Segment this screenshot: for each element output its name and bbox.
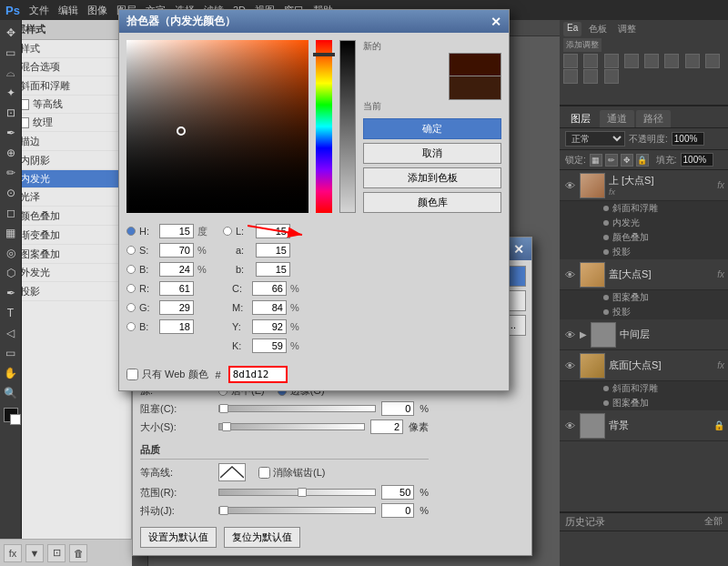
contour-preview[interactable]	[218, 463, 246, 481]
y-input[interactable]: 92	[252, 319, 287, 334]
layer-eye-icon[interactable]: 👁	[563, 269, 576, 280]
blend-mode-select[interactable]: 正常 正片叠底	[565, 131, 625, 147]
group-arrow-icon[interactable]: ▶	[580, 329, 587, 339]
g-input[interactable]: 29	[159, 300, 194, 315]
blend-close-btn[interactable]: ✕	[513, 242, 524, 257]
choke-input[interactable]: 0	[381, 401, 414, 416]
crop-tool[interactable]: ⊡	[2, 104, 20, 122]
color-gradient-field[interactable]	[126, 40, 308, 213]
color-picker-close-btn[interactable]: ✕	[490, 15, 501, 29]
path-tool[interactable]: ◁	[2, 324, 20, 342]
adj-icon-2[interactable]	[583, 54, 598, 68]
tab-layers[interactable]: 图层	[563, 110, 598, 127]
layer-eye-icon[interactable]: 👁	[563, 420, 576, 431]
size-input[interactable]: 2	[370, 419, 403, 434]
h-input[interactable]: 15	[159, 224, 194, 238]
ls-bottom-btn-2[interactable]: ▼	[25, 544, 44, 562]
c-input[interactable]: 66	[252, 281, 287, 296]
eraser-tool[interactable]: ◻	[2, 204, 20, 222]
ls-bottom-btn-1[interactable]: fx	[4, 544, 22, 562]
clone-tool[interactable]: ⊙	[2, 184, 20, 202]
opacity-input[interactable]	[672, 132, 704, 146]
eyedropper-tool[interactable]: ✒	[2, 124, 20, 142]
set-default-btn[interactable]: 设置为默认值	[140, 527, 217, 548]
tab-paths[interactable]: 路径	[636, 110, 671, 127]
panel-tab-adjust[interactable]: 调整	[614, 22, 640, 36]
r-input[interactable]: 61	[159, 281, 194, 296]
anti-alias-check[interactable]	[258, 467, 270, 479]
s-radio[interactable]	[126, 246, 136, 255]
bval-radio[interactable]	[126, 322, 136, 331]
add-adj-btn[interactable]: 添加调整	[563, 38, 602, 52]
ls-bottom-btn-3[interactable]: ⊡	[47, 544, 66, 562]
layer-item[interactable]: 👁 底面[大点S] fx	[560, 350, 728, 381]
lock-all-btn[interactable]: 🔒	[636, 154, 649, 167]
lock-paint-btn[interactable]: ✏	[605, 154, 618, 167]
panel-tab-color[interactable]: Ea	[563, 22, 581, 36]
effect-item-pattern2[interactable]: 图案叠加	[578, 396, 728, 410]
lock-transparent-btn[interactable]: ▦	[590, 154, 602, 167]
jitter-slider-thumb[interactable]	[219, 506, 228, 515]
hex-input[interactable]: 8d1d12	[228, 366, 288, 383]
choke-slider[interactable]	[218, 405, 376, 412]
fill-input[interactable]	[681, 153, 713, 167]
zoom-tool[interactable]: 🔍	[2, 384, 20, 402]
k-input[interactable]: 59	[252, 339, 287, 353]
lock-move-btn[interactable]: ✥	[621, 154, 633, 167]
effect-item-drop-shadow[interactable]: 投影	[578, 245, 728, 259]
color-libraries-btn[interactable]: 颜色库	[363, 192, 501, 213]
heal-tool[interactable]: ⊕	[2, 144, 20, 162]
range-input[interactable]: 50	[381, 485, 414, 500]
choke-slider-thumb[interactable]	[219, 404, 228, 413]
menu-image[interactable]: 图像	[87, 4, 107, 17]
range-slider[interactable]	[218, 489, 376, 496]
blur-tool[interactable]: ◎	[2, 244, 20, 262]
bval-input[interactable]: 18	[159, 319, 194, 334]
panel-tab-swatches[interactable]: 色板	[585, 22, 611, 36]
adj-icon-7[interactable]	[685, 54, 700, 68]
adj-icon-1[interactable]	[563, 54, 578, 68]
adj-icon-10[interactable]	[583, 69, 598, 84]
layer-item[interactable]: 👁 背景 🔒	[560, 410, 728, 441]
effect-item-drop-shadow2[interactable]: 投影	[578, 305, 728, 319]
dodge-tool[interactable]: ⬡	[2, 264, 20, 282]
brush-tool[interactable]: ✏	[2, 164, 20, 182]
menu-file[interactable]: 文件	[29, 4, 49, 17]
current-color-swatch[interactable]	[449, 76, 501, 100]
m-input[interactable]: 84	[252, 300, 287, 315]
effect-item-color-overlay[interactable]: 颜色叠加	[578, 230, 728, 245]
pen-tool[interactable]: ✒	[2, 284, 20, 302]
b-radio[interactable]	[126, 265, 136, 274]
picker-ok-btn[interactable]: 确定	[363, 118, 501, 139]
layer-eye-icon[interactable]: 👁	[563, 329, 576, 340]
jitter-slider[interactable]	[218, 507, 376, 514]
adj-icon-8[interactable]	[705, 54, 720, 68]
ls-bottom-btn-4[interactable]: 🗑	[69, 544, 87, 562]
layer-group-item[interactable]: 👁 ▶ 中间层	[560, 319, 728, 350]
l-radio[interactable]	[223, 227, 232, 236]
effect-item-pattern[interactable]: 图案叠加	[578, 290, 728, 305]
effect-item-inner-glow[interactable]: 内发光	[578, 216, 728, 230]
web-colors-check[interactable]	[126, 369, 138, 380]
type-tool[interactable]: T	[2, 304, 20, 322]
size-slider[interactable]	[218, 423, 365, 430]
layer-item[interactable]: 👁 盖[大点S] fx	[560, 259, 728, 290]
a-input[interactable]: 15	[256, 243, 290, 258]
b-input[interactable]: 24	[159, 262, 194, 277]
move-tool[interactable]: ✥	[2, 24, 20, 42]
s-input[interactable]: 70	[159, 243, 194, 258]
adj-icon-5[interactable]	[644, 54, 659, 68]
range-slider-thumb[interactable]	[298, 488, 307, 497]
reset-default-btn[interactable]: 复位为默认值	[224, 527, 300, 548]
effect-item-bevel[interactable]: 斜面和浮雕	[578, 201, 728, 216]
history-tab-all[interactable]: 全部	[704, 515, 723, 529]
effect-item-bevel2[interactable]: 斜面和浮雕	[578, 381, 728, 396]
tab-channels[interactable]: 通道	[600, 110, 634, 127]
adj-icon-4[interactable]	[624, 54, 639, 68]
h-radio[interactable]	[126, 227, 136, 236]
size-slider-thumb[interactable]	[222, 422, 231, 431]
layer-item[interactable]: 👁 上 [大点S] fx fx	[560, 170, 728, 201]
blab-input[interactable]: 15	[256, 262, 290, 277]
shape-tool[interactable]: ▭	[2, 344, 20, 362]
lasso-tool[interactable]: ⌓	[2, 64, 20, 82]
